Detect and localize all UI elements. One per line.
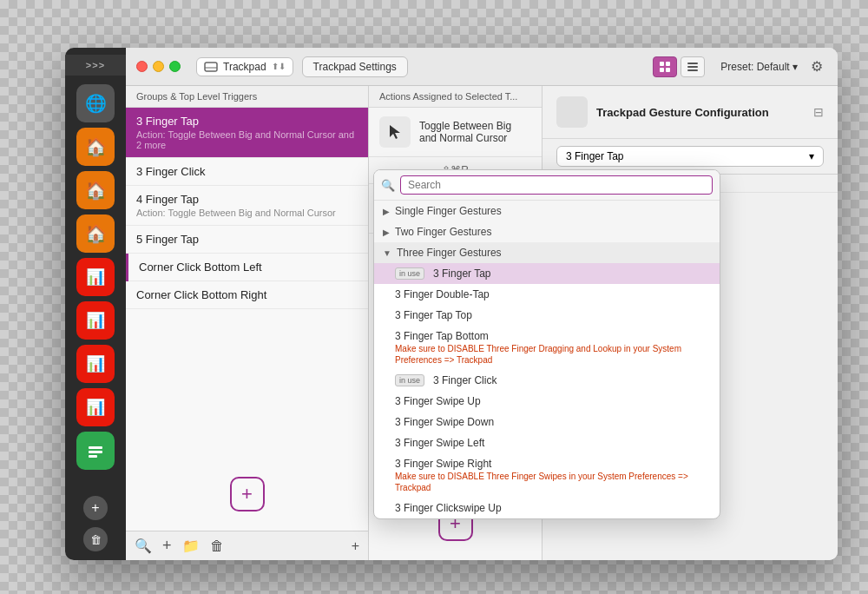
dropdown-item-3-finger-click[interactable]: in use 3 Finger Click	[374, 370, 720, 391]
trigger-subtitle-0: Action: Toggle Between Big and Normal Cu…	[136, 129, 358, 150]
view-list-btn[interactable]	[681, 56, 705, 77]
trigger-wrapper-3: 5 Finger Tap	[126, 226, 368, 254]
sidebar-item-green[interactable]	[76, 432, 115, 470]
single-finger-label: Single Finger Gestures	[395, 205, 502, 217]
dropdown-item-label-1: 3 Finger Double-Tap	[395, 288, 490, 300]
left-pane-toolbar: 🔍 + 📁 🗑 +	[126, 531, 368, 560]
dropdown-item-label-0: 3 Finger Tap	[433, 267, 491, 280]
sidebar-item-chart-1[interactable]: 📊	[76, 258, 115, 296]
grid-icon	[659, 61, 671, 73]
three-finger-section[interactable]: ▼ Three Finger Gestures	[374, 242, 720, 263]
trigger-item-5[interactable]: Corner Click Bottom Right	[126, 281, 368, 309]
dropdown-item-3-finger-tap[interactable]: in use 3 Finger Tap	[374, 263, 720, 284]
sidebar-delete-btn[interactable]: 🗑	[83, 527, 108, 551]
search-icon[interactable]: 🔍	[135, 538, 152, 554]
dropdown-item-label-3: 3 Finger Tap Bottom	[395, 330, 489, 342]
trigger-item-3[interactable]: 5 Finger Tap	[126, 226, 368, 254]
add-trigger-btn[interactable]: +	[230, 477, 265, 512]
gesture-dropdown-overlay: 🔍 ▶ Single Finger Gestures ▶ Two Finger …	[373, 169, 720, 519]
middle-pane-header: Actions Assigned to Selected T...	[369, 86, 542, 108]
dropdown-item-3-finger-swipe-left[interactable]: 3 Finger Swipe Left	[374, 432, 720, 453]
more-icon[interactable]: +	[352, 538, 359, 554]
trigger-list: 3 Finger Tap Action: Toggle Between Big …	[126, 108, 368, 458]
gesture-config-icon	[556, 96, 588, 128]
in-use-badge-0: in use	[395, 267, 424, 280]
trash-icon[interactable]: 🗑	[210, 538, 224, 554]
trigger-title-1: 3 Finger Click	[136, 165, 358, 178]
dropdown-item-3-finger-clickswipe-up[interactable]: 3 Finger Clickswipe Up	[374, 498, 720, 518]
minimize-button[interactable]	[153, 61, 164, 72]
titlebar: Trackpad ⬆⬇ Trackpad Settings	[126, 48, 838, 86]
trigger-title-5: Corner Click Bottom Right	[136, 288, 358, 301]
dropdown-item-3-finger-swipe-up[interactable]: 3 Finger Swipe Up	[374, 391, 720, 412]
dropdown-item-warning-3: Make sure to DISABLE Three Finger Draggi…	[395, 343, 711, 366]
cursor-action-icon	[379, 116, 411, 148]
device-selector[interactable]: Trackpad ⬆⬇	[196, 57, 293, 76]
dropdown-item-3-finger-swipe-down[interactable]: 3 Finger Swipe Down	[374, 412, 720, 432]
dropdown-item-3-finger-tap-top[interactable]: 3 Finger Tap Top	[374, 305, 720, 326]
trigger-item-2[interactable]: 4 Finger Tap Action: Toggle Between Big …	[126, 186, 368, 226]
window-minimize-btn[interactable]: ⊟	[813, 105, 824, 119]
green-icon	[86, 441, 105, 460]
dropdown-item-3-finger-swipe-right[interactable]: 3 Finger Swipe Right Make sure to DISABL…	[374, 453, 720, 498]
dropdown-item-3-finger-double-tap[interactable]: 3 Finger Double-Tap	[374, 284, 720, 305]
sidebar-item-chart-3[interactable]: 📊	[76, 345, 115, 383]
dropdown-item-label-7: 3 Finger Swipe Left	[395, 437, 484, 449]
dropdown-item-label-4: 3 Finger Click	[433, 374, 496, 386]
device-label: Trackpad	[223, 61, 266, 73]
svg-rect-5	[660, 62, 664, 66]
dropdown-item-3-finger-tap-bottom[interactable]: 3 Finger Tap Bottom Make sure to DISABLE…	[374, 326, 720, 370]
maximize-button[interactable]	[169, 61, 181, 72]
trigger-item-1[interactable]: 3 Finger Click	[126, 158, 368, 186]
sidebar-item-home-2[interactable]: 🏠	[76, 171, 115, 209]
sidebar-item-globe[interactable]: 🌐	[76, 84, 115, 122]
left-pane: Groups & Top Level Triggers 3 Finger Tap…	[126, 86, 369, 560]
svg-rect-3	[205, 63, 217, 71]
gesture-config-header: Trackpad Gesture Configuration ⊟	[542, 86, 838, 139]
view-grid-btn[interactable]	[653, 56, 677, 77]
two-finger-arrow: ▶	[383, 228, 390, 237]
three-finger-label: Three Finger Gestures	[397, 247, 502, 259]
dropdown-search-icon: 🔍	[381, 179, 395, 192]
trigger-title-0: 3 Finger Tap	[136, 115, 358, 128]
gesture-dropdown-value: 3 Finger Tap	[566, 150, 624, 162]
dropdown-item-warning-8: Make sure to DISABLE Three Finger Swipes…	[395, 471, 711, 493]
action-item-0[interactable]: Toggle Between Big and Normal Cursor	[369, 108, 542, 157]
sidebar-item-chart-2[interactable]: 📊	[76, 301, 115, 340]
svg-rect-1	[89, 451, 102, 453]
svg-rect-9	[687, 63, 698, 64]
preset-selector[interactable]: Preset: Default ▾	[720, 61, 798, 73]
single-finger-arrow: ▶	[383, 207, 390, 216]
close-button[interactable]	[136, 61, 148, 72]
two-finger-label: Two Finger Gestures	[395, 226, 491, 238]
sidebar-top-bar: >>>	[65, 55, 126, 76]
dropdown-search-bar: 🔍	[374, 170, 720, 201]
trigger-item-4[interactable]: Corner Click Bottom Left	[126, 254, 368, 281]
dropdown-search-input[interactable]	[400, 175, 713, 195]
gesture-dropdown-arrow: ▾	[809, 150, 814, 162]
folder-icon[interactable]: 📁	[182, 538, 200, 554]
trackpad-device-icon	[204, 62, 218, 72]
sidebar-item-chart-4[interactable]: 📊	[76, 388, 115, 426]
sidebar-item-home-3[interactable]: 🏠	[76, 214, 115, 253]
single-finger-section[interactable]: ▶ Single Finger Gestures	[374, 201, 720, 221]
gesture-dropdown[interactable]: 3 Finger Tap ▾	[556, 146, 824, 167]
svg-rect-0	[89, 446, 102, 449]
svg-rect-10	[687, 66, 698, 68]
trigger-title-3: 5 Finger Tap	[136, 233, 358, 246]
dropdown-item-content-3: 3 Finger Tap Bottom Make sure to DISABLE…	[395, 330, 711, 366]
trigger-wrapper-0: 3 Finger Tap Action: Toggle Between Big …	[126, 108, 368, 158]
cursor-icon	[386, 123, 404, 141]
trigger-item-0[interactable]: 3 Finger Tap Action: Toggle Between Big …	[126, 108, 368, 158]
trackpad-settings-btn[interactable]: Trackpad Settings	[302, 56, 408, 77]
two-finger-section[interactable]: ▶ Two Finger Gestures	[374, 221, 720, 242]
sidebar-item-home-1[interactable]: 🏠	[76, 128, 115, 166]
in-use-badge-4: in use	[395, 374, 424, 386]
gear-icon[interactable]: ⚙	[806, 56, 827, 77]
trigger-subtitle-2: Action: Toggle Between Big and Normal Cu…	[136, 208, 358, 218]
svg-rect-6	[666, 62, 670, 66]
sidebar-add-btn[interactable]: +	[83, 496, 108, 520]
add-group-icon[interactable]: +	[162, 537, 172, 555]
preset-label: Preset: Default ▾	[720, 61, 798, 73]
trigger-wrapper-2: 4 Finger Tap Action: Toggle Between Big …	[126, 186, 368, 226]
